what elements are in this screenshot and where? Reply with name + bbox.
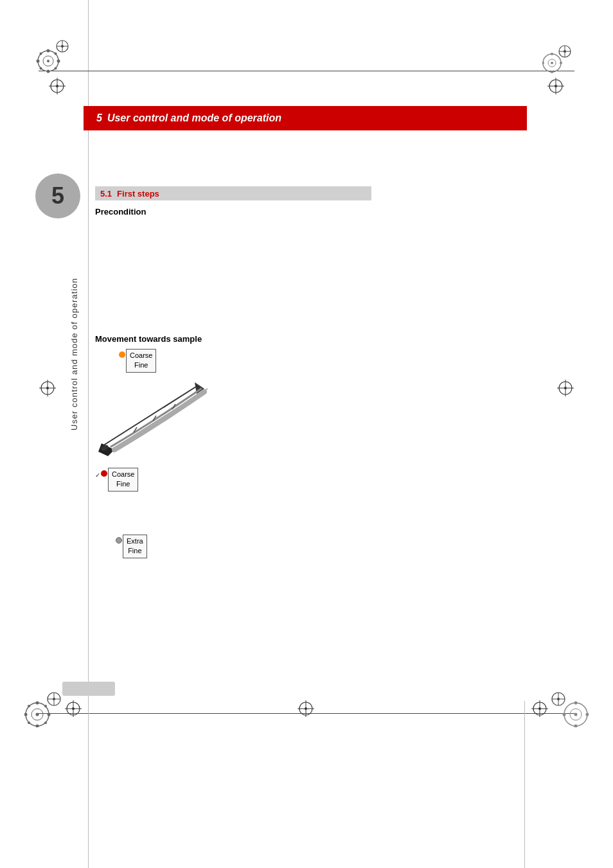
svg-point-82	[563, 713, 566, 716]
widget-line2-3: Fine	[127, 546, 143, 556]
svg-point-56	[48, 713, 51, 716]
svg-point-9	[40, 67, 42, 70]
widget-coarse-fine-2: ✓ Coarse Fine	[95, 468, 138, 492]
svg-point-60	[44, 722, 47, 724]
reg-mark-bottom-right	[550, 689, 589, 730]
svg-point-33	[555, 85, 557, 87]
svg-point-59	[28, 722, 30, 724]
svg-point-18	[56, 85, 58, 87]
svg-point-57	[28, 705, 30, 707]
svg-point-8	[55, 53, 57, 55]
border-right-bottom	[524, 701, 525, 868]
svg-point-2	[47, 60, 49, 62]
svg-point-28	[542, 62, 544, 64]
svg-point-41	[564, 387, 567, 389]
widget-box-1: Coarse Fine	[126, 349, 156, 373]
reg-mark-middle-left	[39, 379, 57, 400]
reg-mark-bottom-center	[297, 700, 315, 720]
svg-point-79	[574, 713, 578, 716]
svg-point-25	[551, 62, 553, 64]
widget-line1-2: Coarse	[112, 470, 134, 479]
svg-point-54	[36, 725, 39, 728]
chapter-title: 5	[96, 112, 102, 124]
widget-line1-3: Extra	[127, 536, 143, 546]
section-bar: 5.1 First steps	[95, 186, 371, 200]
chapter-number: 5	[51, 182, 64, 209]
widget-dot-3	[116, 537, 122, 544]
reg-mark-top-left	[35, 39, 71, 76]
widget-box-3: Extra Fine	[123, 535, 147, 558]
reg-mark-bottom-left-inner	[64, 700, 82, 720]
precondition-label: Precondition	[95, 206, 146, 217]
section-number: 5.1	[100, 189, 112, 199]
svg-point-68	[72, 707, 75, 710]
widget-dot-1	[119, 351, 125, 358]
svg-point-22	[564, 50, 566, 53]
widget-line2-1: Fine	[130, 360, 152, 370]
section-title: First steps	[117, 189, 159, 199]
widget-coarse-fine-1: Coarse Fine	[119, 349, 156, 373]
svg-point-3	[47, 49, 50, 53]
chapter-banner: 5 User control and mode of operation	[84, 106, 527, 130]
reg-mark-bottom-right-inner	[531, 700, 549, 720]
movement-label: Movement towards sample	[95, 333, 202, 344]
svg-point-81	[574, 725, 578, 728]
widget-box-2: Coarse Fine	[108, 468, 138, 492]
widget-line1-1: Coarse	[130, 351, 152, 360]
svg-point-6	[57, 60, 60, 63]
svg-point-29	[560, 62, 562, 64]
svg-point-14	[61, 45, 64, 48]
widget-extra-fine: Extra Fine	[116, 535, 147, 558]
reg-mark-top-left-cross	[48, 77, 66, 98]
top-border-rule	[39, 71, 574, 71]
reg-mark-top-right-cross	[547, 77, 565, 98]
svg-point-55	[24, 713, 28, 716]
arrow-diagram	[95, 376, 230, 463]
svg-point-76	[538, 707, 541, 710]
svg-point-27	[551, 71, 553, 73]
svg-line-42	[102, 385, 198, 447]
reg-mark-bottom-left	[24, 689, 63, 730]
svg-point-53	[36, 702, 39, 705]
side-text: User control and mode of operation	[69, 161, 79, 430]
svg-point-26	[551, 53, 553, 55]
svg-point-72	[305, 707, 307, 710]
reg-mark-top-right	[542, 39, 578, 76]
svg-point-52	[36, 713, 39, 716]
bottom-tab	[62, 682, 115, 696]
widget-line2-2: Fine	[112, 479, 134, 489]
svg-point-10	[55, 67, 57, 70]
widget-check-2: ✓	[95, 472, 100, 479]
svg-point-4	[47, 70, 50, 73]
svg-point-7	[40, 53, 42, 55]
border-left-bottom	[88, 701, 89, 868]
svg-point-83	[586, 713, 589, 716]
svg-point-58	[44, 705, 47, 707]
svg-point-87	[557, 698, 560, 700]
svg-point-80	[574, 702, 578, 705]
svg-point-5	[37, 60, 40, 63]
chapter-title-text: User control and mode of operation	[107, 112, 281, 124]
svg-point-64	[53, 698, 55, 700]
widget-dot-2	[101, 470, 107, 477]
reg-mark-middle-right	[556, 379, 574, 400]
svg-point-37	[46, 387, 49, 389]
